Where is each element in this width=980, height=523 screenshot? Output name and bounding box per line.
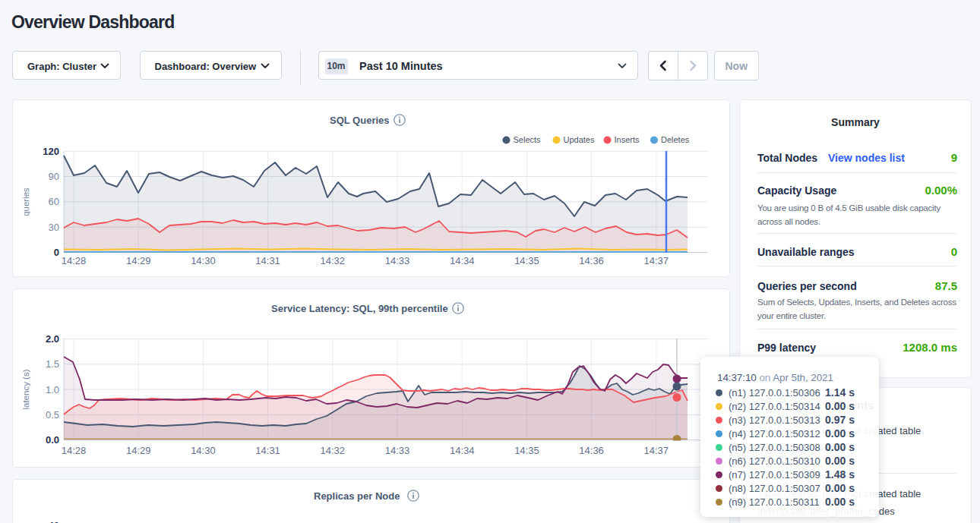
- svg-text:14:33: 14:33: [385, 445, 410, 456]
- svg-text:30: 30: [49, 222, 59, 233]
- svg-text:14:32: 14:32: [321, 255, 346, 266]
- svg-text:0.5: 0.5: [46, 409, 59, 421]
- svg-text:14:37: 14:37: [644, 445, 669, 456]
- svg-text:120: 120: [43, 146, 59, 157]
- svg-text:14:31: 14:31: [255, 445, 280, 456]
- svg-text:14:36: 14:36: [579, 255, 604, 266]
- svg-text:latency (s): latency (s): [21, 369, 30, 409]
- svg-text:14:36: 14:36: [579, 445, 604, 456]
- svg-text:2.0: 2.0: [46, 333, 59, 345]
- svg-text:14:28: 14:28: [62, 445, 87, 456]
- svg-text:14:30: 14:30: [191, 255, 216, 266]
- svg-text:90: 90: [49, 171, 59, 182]
- svg-text:14:32: 14:32: [321, 445, 346, 456]
- svg-text:14:33: 14:33: [385, 255, 410, 266]
- svg-text:0: 0: [54, 247, 59, 258]
- svg-text:14:31: 14:31: [255, 255, 280, 266]
- svg-text:14:28: 14:28: [62, 255, 87, 266]
- svg-text:14:35: 14:35: [514, 445, 539, 456]
- svg-text:14:34: 14:34: [450, 445, 475, 456]
- svg-text:1.5: 1.5: [46, 358, 59, 370]
- svg-text:14:29: 14:29: [126, 255, 151, 266]
- svg-text:14:35: 14:35: [514, 255, 539, 266]
- svg-text:14:37: 14:37: [644, 255, 669, 266]
- svg-text:14:29: 14:29: [126, 445, 151, 456]
- svg-text:0.0: 0.0: [46, 434, 59, 446]
- svg-text:1.0: 1.0: [46, 384, 59, 395]
- svg-text:14:34: 14:34: [450, 255, 475, 266]
- svg-text:queries: queries: [21, 187, 30, 216]
- svg-text:14:30: 14:30: [191, 445, 216, 456]
- svg-text:40: 40: [49, 520, 59, 523]
- svg-text:60: 60: [49, 196, 59, 207]
